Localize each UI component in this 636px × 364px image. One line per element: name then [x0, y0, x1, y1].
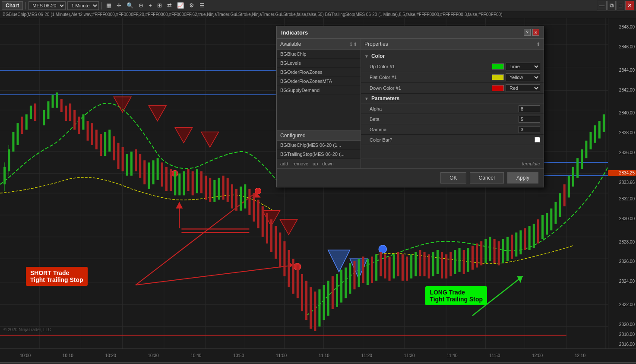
close-window-icon[interactable]: ✕: [625, 1, 634, 10]
restore-icon[interactable]: ⧉: [608, 1, 616, 10]
template-link[interactable]: template: [522, 161, 540, 166]
long-trade-annotation: LONG Trade Tight Trailing Stop: [425, 286, 487, 305]
available-item-bglevels[interactable]: BGLevels: [277, 59, 361, 68]
svg-rect-152: [415, 252, 417, 276]
svg-rect-113: [244, 184, 246, 209]
price-2826: 2826.00: [608, 259, 636, 264]
svg-rect-162: [459, 248, 461, 272]
separator-1: [25, 2, 26, 9]
list-icon[interactable]: ☰: [198, 1, 206, 9]
app-title[interactable]: Chart: [2, 1, 23, 10]
svg-rect-181: [541, 215, 544, 239]
down-color-select[interactable]: Red: [506, 84, 540, 92]
svg-rect-194: [598, 121, 601, 139]
svg-rect-68: [47, 101, 49, 119]
beta-label: Beta: [370, 117, 519, 122]
plus-icon[interactable]: +: [147, 1, 154, 9]
beta-input[interactable]: [519, 116, 540, 123]
price-2830: 2830.00: [608, 216, 636, 221]
svg-rect-130: [318, 289, 320, 326]
svg-rect-110: [231, 184, 233, 209]
apply-button[interactable]: Apply: [507, 172, 538, 184]
strategy-icon[interactable]: ⚙: [187, 1, 196, 9]
colorbar-checkbox[interactable]: [535, 137, 540, 142]
configured-item-bgbluechip[interactable]: BGBlueChip(MES 06-20 (1...: [277, 141, 361, 150]
down-color-swatch[interactable]: [492, 85, 504, 91]
parameters-section-header[interactable]: ▼ Parameters: [361, 94, 544, 104]
action-down[interactable]: down: [322, 161, 333, 166]
time-axis: 10:00 10:10 10:20 10:30 10:40 10:50 11:0…: [0, 348, 636, 362]
svg-rect-142: [371, 256, 373, 283]
properties-label: Properties: [364, 41, 388, 47]
svg-rect-145: [384, 254, 386, 279]
svg-rect-123: [288, 250, 290, 287]
colorbar-label: Color Bar?: [370, 137, 535, 142]
time-1150: 11:50: [489, 353, 500, 358]
instrument-select[interactable]: MES 06-20: [28, 1, 66, 10]
svg-rect-80: [100, 134, 102, 156]
color-section-header[interactable]: ▼ Color: [361, 51, 544, 61]
indicator-icon[interactable]: 📈: [175, 1, 186, 9]
svg-rect-148: [397, 252, 399, 276]
title-buttons: ? ✕: [524, 29, 539, 36]
svg-rect-155: [428, 254, 430, 279]
svg-rect-140: [362, 256, 364, 283]
svg-rect-74: [73, 110, 76, 130]
up-color-select[interactable]: Lime: [506, 63, 540, 70]
available-item-bgbluechip[interactable]: BGBlueChip: [277, 50, 361, 59]
data-box-icon[interactable]: ⊞: [155, 1, 164, 9]
configured-list[interactable]: BGBlueChip(MES 06-20 (1... BGTrailingSto…: [277, 141, 361, 159]
magnify-icon[interactable]: 🔍: [125, 1, 135, 9]
maximize-icon[interactable]: □: [617, 1, 624, 10]
action-up[interactable]: up: [313, 161, 318, 166]
time-1010: 10:10: [63, 353, 73, 358]
svg-rect-185: [559, 193, 561, 217]
svg-rect-104: [205, 176, 207, 200]
flat-color-select[interactable]: Yellow: [506, 73, 540, 81]
svg-marker-38: [149, 106, 166, 121]
separator-2: [101, 2, 102, 9]
available-list[interactable]: BGBlueChip BGLevels BGOrderFlowZones BGO…: [277, 50, 361, 130]
cancel-button[interactable]: Cancel: [470, 172, 504, 184]
down-color-label: Down Color #1: [370, 85, 492, 91]
toolbar: Chart MES 06-20 1 Minute ▦ ✛ 🔍 ⊕ + ⊞ ⇄ 📈…: [0, 0, 636, 11]
minimize-icon[interactable]: —: [597, 1, 607, 10]
action-add[interactable]: add: [280, 161, 288, 166]
svg-rect-192: [589, 132, 592, 149]
flat-color-value: Yellow: [492, 73, 540, 81]
timeframe-select[interactable]: 1 Minute: [67, 1, 99, 10]
svg-rect-91: [148, 162, 150, 189]
price-2836: 2836.00: [608, 150, 636, 155]
svg-rect-118: [266, 213, 268, 244]
available-item-bgorderflowzonesmta[interactable]: BGOrderFlowZonesMTA: [277, 77, 361, 86]
svg-rect-111: [235, 189, 237, 211]
svg-rect-178: [528, 226, 531, 250]
bar-chart-icon[interactable]: ▦: [104, 1, 113, 9]
gamma-input[interactable]: [519, 126, 540, 133]
ok-button[interactable]: OK: [440, 172, 466, 184]
svg-rect-129: [314, 291, 316, 331]
available-item-bgorderflowzones[interactable]: BGOrderFlowZones: [277, 68, 361, 77]
properties-scroll-icon: ⬆: [536, 41, 540, 47]
available-info-icon: ℹ ⬆: [350, 41, 357, 47]
available-panel: Available ℹ ⬆ BGBlueChip BGLevels BGOrde…: [277, 39, 361, 168]
svg-rect-172: [502, 239, 504, 263]
action-remove[interactable]: remove: [292, 161, 308, 166]
crosshair-icon[interactable]: ✛: [115, 1, 123, 9]
zoom-in-icon[interactable]: ⊕: [137, 1, 145, 9]
time-1200: 12:00: [532, 353, 543, 358]
available-item-bgsupplydemand[interactable]: BGSupplyDemand: [277, 86, 361, 95]
flat-color-swatch[interactable]: [492, 74, 504, 80]
svg-rect-76: [82, 114, 84, 130]
configured-item-bgtrailingstop[interactable]: BGTrailingStop(MES 06-20 (...: [277, 150, 361, 159]
price-2838: 2838.00: [608, 130, 636, 135]
compare-icon[interactable]: ⇄: [165, 1, 174, 9]
up-color-swatch[interactable]: [492, 63, 504, 70]
dialog-help-button[interactable]: ?: [524, 29, 531, 36]
alpha-input[interactable]: [519, 105, 540, 112]
dialog-close-button[interactable]: ✕: [532, 29, 539, 36]
time-1130: 11:30: [404, 353, 415, 358]
svg-rect-102: [196, 169, 198, 193]
svg-rect-184: [554, 202, 557, 224]
price-2820: 2820.00: [608, 322, 636, 327]
